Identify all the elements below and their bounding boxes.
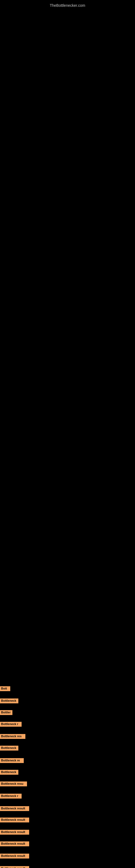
bottleneck-result-item: Bottleneck res (0, 734, 26, 739)
bottleneck-result-item: Bottleneck (0, 746, 18, 750)
bottleneck-result-item: Bottleneck result (0, 830, 29, 835)
bottleneck-result-item: Bottleneck r (0, 722, 21, 727)
bottleneck-result-item: Bott (0, 686, 10, 691)
bottleneck-result-item: Bottleneck result (0, 854, 29, 859)
bottleneck-result-item: Bottleneck re (0, 758, 24, 763)
bottleneck-result-item: Bottleneck (0, 770, 18, 775)
bottleneck-result-item: Bottleneck result (0, 866, 29, 868)
bottleneck-result-item: Bottleneck (0, 699, 18, 703)
bottleneck-result-item: Bottleneck result (0, 841, 29, 846)
site-title: TheBottlenecker.com (0, 1, 135, 10)
bottleneck-result-item: Bottler (0, 710, 12, 715)
bottleneck-result-item: Bottleneck r (0, 794, 21, 799)
bottleneck-result-item: Bottleneck result (0, 806, 29, 811)
bottleneck-result-item: Bottleneck resu (0, 781, 27, 786)
bottleneck-result-item: Bottleneck result (0, 817, 29, 823)
